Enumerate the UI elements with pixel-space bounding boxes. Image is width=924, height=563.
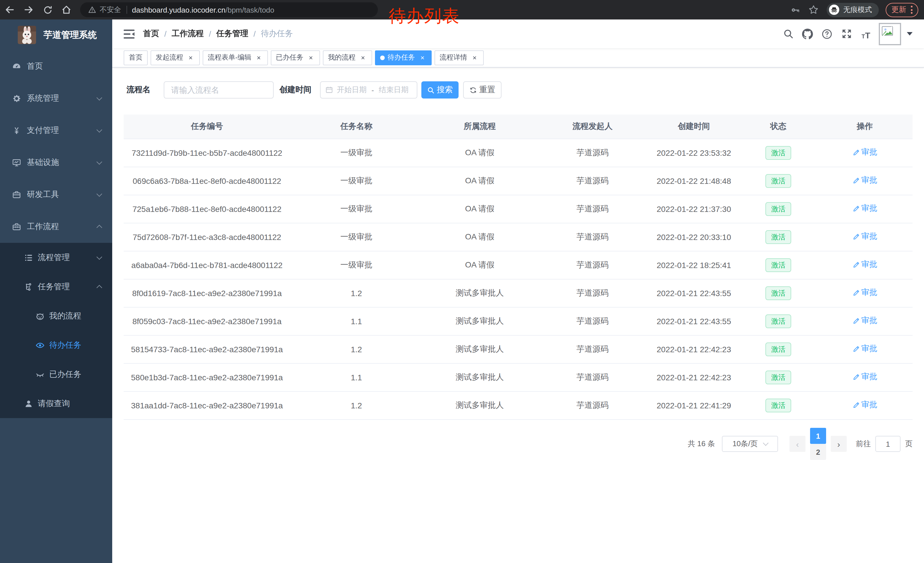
approve-label: 审批 (861, 372, 878, 382)
filter-form: 流程名 创建时间 开始日期 - 结束日期 搜索 重 (112, 81, 501, 99)
cell-starter: 芋道源码 (537, 363, 648, 391)
cell-action: 审批 (817, 363, 912, 391)
home-icon[interactable] (61, 5, 72, 15)
cell-status: 激活 (740, 363, 817, 391)
approve-button[interactable]: 审批 (852, 147, 878, 158)
close-icon[interactable]: × (307, 54, 315, 62)
sidebar-item-label: 工作流程 (27, 222, 59, 232)
collapse-sidebar-icon[interactable] (124, 29, 135, 39)
sidebar-item-todo-tasks[interactable]: 待办任务 (0, 330, 112, 360)
column-header: 操作 (817, 114, 912, 139)
cell-action: 审批 (817, 223, 912, 251)
github-icon[interactable] (802, 29, 813, 39)
status-badge: 激活 (765, 314, 791, 328)
prev-page-button[interactable]: ‹ (789, 436, 806, 452)
annotation-overlay-text: 待办列表 (389, 5, 460, 28)
close-icon[interactable]: × (359, 54, 367, 62)
tab-home[interactable]: 首页 (124, 50, 148, 65)
approve-button[interactable]: 审批 (852, 316, 878, 326)
date-range-picker[interactable]: 开始日期 - 结束日期 (320, 81, 417, 99)
process-name-input[interactable] (164, 81, 274, 99)
next-page-button[interactable]: › (831, 436, 847, 452)
breadcrumb-item[interactable]: 工作流程 (172, 29, 204, 39)
bookmark-star-icon[interactable] (808, 5, 819, 15)
address-bar[interactable]: 不安全 dashboard.yudao.iocoder.cn /bpm/task… (80, 2, 378, 17)
fullscreen-icon[interactable] (841, 29, 852, 39)
goto-label: 前往 (856, 439, 871, 449)
sidebar-item-task-management[interactable]: 任务管理 (0, 272, 112, 301)
tab-done-tasks[interactable]: 已办任务× (271, 50, 320, 65)
sidebar-item-system-management[interactable]: 系统管理 (0, 83, 112, 114)
browser-menu-icon[interactable] (911, 6, 912, 14)
sidebar-item-leave-query[interactable]: 请假查询 (0, 389, 112, 418)
sidebar-item-done-tasks[interactable]: 已办任务 (0, 360, 112, 389)
back-icon[interactable] (4, 5, 15, 15)
close-icon[interactable]: × (418, 54, 426, 62)
close-icon[interactable]: × (471, 54, 478, 62)
breadcrumb-item[interactable]: 首页 (143, 29, 159, 39)
browser-update-button[interactable]: 更新 (886, 3, 918, 17)
todo-task-table: 任务编号任务名称所属流程流程发起人创建时间状态操作 73211d9d-7b9b-… (124, 114, 912, 419)
page-button-1[interactable]: 1 (810, 428, 826, 444)
page-button-2[interactable]: 2 (810, 444, 826, 460)
cell-created: 2022-01-22 18:25:41 (648, 251, 740, 279)
divider (126, 6, 127, 14)
table-row: 8f0d1619-7ac8-11ec-a9e2-a2380e71991a1.2测… (124, 279, 912, 307)
forward-icon[interactable] (24, 5, 34, 15)
tab-todo-tasks[interactable]: 待办任务× (375, 50, 432, 65)
approve-button[interactable]: 审批 (852, 344, 878, 354)
sidebar-item-workflow[interactable]: 工作流程 (0, 211, 112, 243)
approve-button[interactable]: 审批 (852, 176, 878, 186)
reload-icon[interactable] (42, 5, 52, 15)
create-time-label: 创建时间 (279, 85, 311, 95)
sidebar-item-my-process[interactable]: 我的流程 (0, 301, 112, 330)
breadcrumb-item[interactable]: 任务管理 (216, 29, 249, 39)
tab-process-detail[interactable]: 流程详情× (435, 50, 484, 65)
font-size-icon[interactable]: TT (861, 29, 872, 39)
password-key-icon[interactable] (790, 5, 800, 15)
cell-status: 激活 (740, 335, 817, 363)
sidebar-item-process-management[interactable]: 流程管理 (0, 243, 112, 272)
search-button[interactable]: 搜索 (422, 81, 459, 99)
breadcrumb-item: 待办任务 (261, 29, 293, 39)
sidebar-item-dev-tools[interactable]: 研发工具 (0, 179, 112, 211)
table-row: 58154733-7ac8-11ec-a9e2-a2380e71991a1.2测… (124, 335, 912, 363)
reset-button[interactable]: 重置 (463, 81, 501, 99)
update-label[interactable]: 更新 (891, 5, 906, 15)
cell-created: 2022-01-22 20:33:10 (648, 223, 740, 251)
avatar[interactable] (879, 23, 901, 45)
approve-button[interactable]: 审批 (852, 260, 878, 270)
approve-button[interactable]: 审批 (852, 288, 878, 298)
cell-id: 75d72608-7b7f-11ec-a3c8-acde48001122 (124, 223, 290, 251)
pencil-icon (852, 177, 860, 185)
approve-label: 审批 (861, 288, 878, 298)
sidebar-item-infrastructure[interactable]: 基础设施 (0, 147, 112, 179)
table-row: 75d72608-7b7f-11ec-a3c8-acde48001122一级审批… (124, 223, 912, 251)
page-size-select[interactable]: 10条/页 (722, 436, 778, 452)
goto-page-input[interactable] (875, 436, 900, 452)
security-label[interactable]: 不安全 (100, 5, 121, 15)
approve-label: 审批 (861, 316, 878, 326)
cell-process: OA 请假 (423, 223, 537, 251)
approve-button[interactable]: 审批 (852, 204, 878, 214)
chevron-down-icon (96, 254, 102, 260)
search-icon[interactable] (783, 29, 794, 39)
tab-my-process[interactable]: 我的流程× (323, 50, 372, 65)
tab-process-form-edit[interactable]: 流程表单-编辑× (202, 50, 268, 65)
cell-id: 8f0d1619-7ac8-11ec-a9e2-a2380e71991a (124, 279, 290, 307)
tab-start-process[interactable]: 发起流程× (151, 50, 200, 65)
approve-label: 审批 (861, 344, 878, 354)
close-icon[interactable]: × (255, 54, 263, 62)
tab-label: 我的流程 (328, 53, 356, 62)
approve-button[interactable]: 审批 (852, 400, 878, 410)
help-icon[interactable] (822, 29, 832, 39)
cell-status: 激活 (740, 139, 817, 167)
approve-button[interactable]: 审批 (852, 232, 878, 242)
sidebar-item-home[interactable]: 首页 (0, 50, 112, 83)
approve-button[interactable]: 审批 (852, 372, 878, 382)
close-icon[interactable]: × (187, 54, 195, 62)
sidebar-item-payment-management[interactable]: 支付管理 (0, 114, 112, 147)
cell-created: 2022-01-21 22:41:29 (648, 391, 740, 419)
sidebar-logo[interactable]: 芋道管理系统 (0, 20, 112, 50)
avatar-dropdown-caret-icon[interactable] (907, 32, 912, 38)
